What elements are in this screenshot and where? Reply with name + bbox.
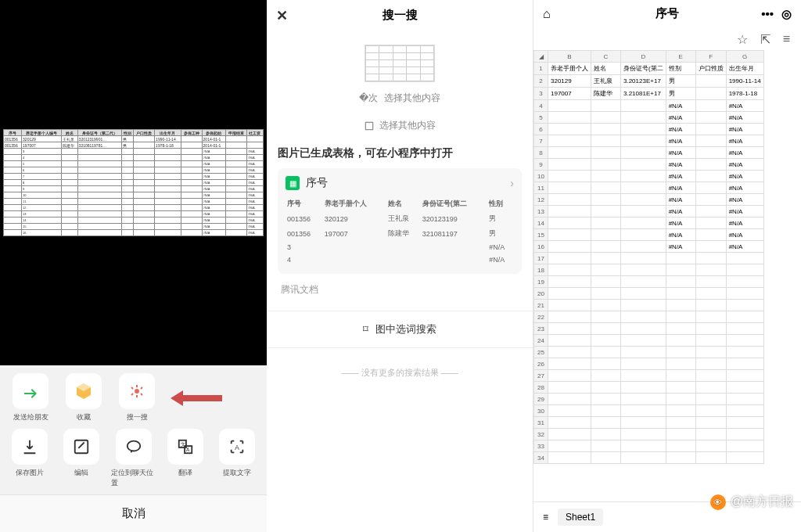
word-search-button[interactable]: ⌑ 图中选词搜索: [267, 311, 533, 348]
doc-toolbar: ☆ ⇱ ≡: [533, 27, 801, 50]
table-row[interactable]: 14#N/A#N/A: [534, 217, 764, 229]
menu-icon[interactable]: ≡: [783, 32, 790, 47]
action-sheet: 发送给朋友收藏搜一搜 保存图片编辑定位到聊天位置文A翻译A提取文字: [0, 365, 267, 494]
table-row[interactable]: 15#N/A#N/A: [534, 229, 764, 241]
corner-cell: ◢: [534, 51, 548, 63]
col-header[interactable]: F: [695, 51, 726, 63]
doc-header: ⌂ 序号 ••• ◎: [533, 0, 801, 27]
table-row[interactable]: 3197007陈建华3.21081E+17男1978-1-18: [534, 88, 764, 100]
table-row[interactable]: 10#N/A#N/A: [534, 171, 764, 182]
tool-item-label: 定位到聊天位置: [111, 468, 155, 488]
svg-point-2: [127, 441, 140, 451]
table-row[interactable]: 31: [534, 417, 764, 429]
close-icon[interactable]: ✕: [276, 7, 288, 24]
chat-icon: [116, 429, 152, 465]
scan-icon: ⌑: [363, 323, 368, 335]
share-item-1[interactable]: 收藏: [61, 373, 106, 422]
crop-button[interactable]: �次 选择其他内容: [278, 92, 522, 105]
tool-item-3[interactable]: 文A翻译: [163, 429, 207, 488]
generation-tip: 图片已生成表格，可在小程序中打开: [278, 146, 522, 160]
table-row[interactable]: 26: [534, 358, 764, 370]
col-header[interactable]: C: [591, 51, 621, 63]
image-preview[interactable]: 序号养老手册个人编号姓名身份证号（第二代）性别户口性质出生年月参保工种参保起始申…: [0, 0, 267, 365]
table-row[interactable]: 22: [534, 311, 764, 323]
svg-rect-1: [75, 440, 88, 454]
tool-item-label: 提取文字: [223, 468, 251, 478]
tool-item-4[interactable]: A提取文字: [215, 429, 259, 488]
col-header[interactable]: B: [548, 51, 591, 63]
search-panel: ✕ 搜一搜 �次 选择其他内容 选择其他内容 图片已生成表格，可在小程序中打开 …: [267, 0, 533, 532]
table-row[interactable]: 12#N/A#N/A: [534, 194, 764, 206]
table-row[interactable]: 18: [534, 264, 764, 276]
tool-item-0[interactable]: 保存图片: [8, 429, 52, 488]
table-row[interactable]: 7#N/A#N/A: [534, 135, 764, 147]
tool-item-1[interactable]: 编辑: [59, 429, 103, 488]
table-row[interactable]: 29: [534, 394, 764, 405]
table-row[interactable]: 5#N/A#N/A: [534, 112, 764, 124]
tool-item-label: 编辑: [74, 468, 88, 478]
svg-text:文: 文: [180, 441, 185, 447]
select-other-content[interactable]: 选择其他内容: [278, 119, 522, 132]
table-row[interactable]: 8#N/A#N/A: [534, 147, 764, 159]
table-row[interactable]: 21: [534, 300, 764, 311]
table-row[interactable]: 19: [534, 276, 764, 288]
table-row[interactable]: 6#N/A#N/A: [534, 124, 764, 135]
table-row[interactable]: 34: [534, 452, 764, 464]
crop-icon: �次: [359, 92, 378, 103]
tool-item-2[interactable]: 定位到聊天位置: [111, 429, 155, 488]
table-row[interactable]: 17: [534, 253, 764, 264]
sheet-tab[interactable]: Sheet1: [558, 509, 603, 526]
table-row[interactable]: 32: [534, 429, 764, 440]
share-item-2[interactable]: 搜一搜: [114, 373, 160, 422]
more-icon[interactable]: •••: [761, 7, 774, 20]
table-row[interactable]: 23: [534, 323, 764, 335]
table-row[interactable]: 20: [534, 288, 764, 300]
chevron-right-icon: ›: [510, 177, 514, 189]
svg-text:A: A: [235, 444, 239, 451]
pointer-arrow: [171, 390, 225, 406]
table-row[interactable]: 25: [534, 347, 764, 358]
result-card[interactable]: ▦ 序号 › 序号养老手册个人姓名身份证号(第二性别 001356320129王…: [278, 168, 522, 274]
share-icon: [13, 373, 48, 409]
search-title: 搜一搜: [383, 8, 418, 23]
doc-title: 序号: [656, 6, 679, 21]
tool-item-label: 翻译: [178, 468, 192, 478]
table-row[interactable]: 2320129王礼泉3.20123E+17男1990-11-14: [534, 75, 764, 88]
spreadsheet-grid[interactable]: ◢BCDEFG 1养老手册个人姓名身份证号(第二性别户口性质出生年月232012…: [533, 50, 801, 501]
share-item-label: 搜一搜: [127, 412, 148, 422]
table-row[interactable]: 16#N/A#N/A: [534, 241, 764, 253]
weibo-icon: 👁: [710, 494, 726, 510]
share-item-label: 收藏: [77, 412, 91, 422]
image-thumbnail[interactable]: [278, 45, 522, 82]
table-row[interactable]: 1养老手册个人姓名身份证号(第二性别户口性质出生年月: [534, 63, 764, 75]
table-row[interactable]: 24: [534, 335, 764, 347]
spark-icon: [119, 373, 155, 409]
image-viewer-panel: 序号养老手册个人编号姓名身份证号（第二代）性别户口性质出生年月参保工种参保起始申…: [0, 0, 267, 532]
table-row[interactable]: 30: [534, 405, 764, 417]
translate-icon: 文A: [167, 429, 203, 465]
table-row[interactable]: 4#N/A#N/A: [534, 100, 764, 112]
table-row[interactable]: 13#N/A#N/A: [534, 206, 764, 217]
table-row[interactable]: 28: [534, 382, 764, 394]
svg-point-0: [135, 390, 138, 393]
col-header[interactable]: G: [726, 51, 763, 63]
ocr-icon: A: [219, 429, 255, 465]
col-header[interactable]: E: [666, 51, 695, 63]
home-icon[interactable]: ⌂: [543, 7, 551, 21]
sheets-menu-icon[interactable]: ≡: [543, 512, 548, 523]
edit-icon: [63, 429, 99, 465]
table-row[interactable]: 33: [534, 440, 764, 452]
svg-rect-8: [365, 122, 372, 129]
cancel-button[interactable]: 取消: [0, 494, 267, 532]
table-row[interactable]: 11#N/A#N/A: [534, 182, 764, 194]
target-icon[interactable]: ◎: [781, 7, 792, 21]
table-row[interactable]: 27: [534, 370, 764, 382]
star-icon[interactable]: ☆: [737, 32, 748, 47]
share-icon[interactable]: ⇱: [760, 32, 770, 47]
table-row[interactable]: 9#N/A#N/A: [534, 159, 764, 171]
doc-icon: ▦: [286, 176, 300, 190]
extracted-table: 序号养老手册个人姓名身份证号(第二性别 001356320129王礼泉32012…: [286, 196, 514, 266]
col-header[interactable]: D: [621, 51, 666, 63]
share-item-0[interactable]: 发送给朋友: [8, 373, 53, 422]
svg-text:A: A: [186, 447, 190, 452]
